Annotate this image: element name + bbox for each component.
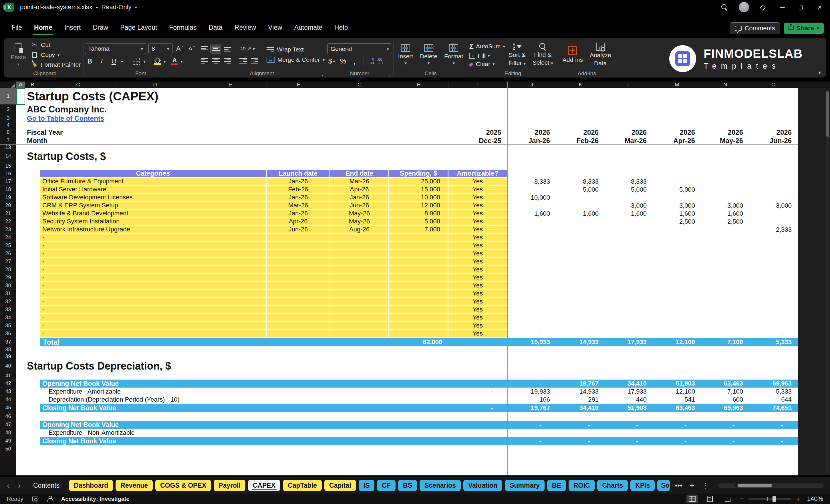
comments-button[interactable]: Comments <box>730 22 780 34</box>
cell-J20[interactable]: - <box>508 202 556 210</box>
cell-O23[interactable]: 2,333 <box>749 226 798 234</box>
cell-K6[interactable]: 2026 <box>556 128 605 136</box>
cell-I37[interactable] <box>448 338 508 346</box>
cell-J31[interactable]: - <box>508 290 556 298</box>
cell-F23[interactable]: Jun-26 <box>267 226 330 234</box>
cell-K22[interactable]: - <box>556 218 605 226</box>
cell-C24[interactable]: - <box>40 234 267 242</box>
cell-M19[interactable]: - <box>653 194 701 202</box>
wrap-text-button[interactable]: Wrap Text <box>266 46 325 53</box>
cell-G28[interactable] <box>330 266 389 274</box>
cell-J43[interactable]: 19,933 <box>508 387 556 396</box>
cell-N36[interactable]: - <box>701 330 749 338</box>
restore-button[interactable] <box>799 5 803 9</box>
cell-F25[interactable] <box>267 242 330 250</box>
cell-O24[interactable]: - <box>749 234 798 242</box>
row-header-31[interactable]: 31 <box>0 290 16 298</box>
cell-K37[interactable]: 14,933 <box>556 338 605 346</box>
row-header-30[interactable]: 30 <box>0 282 16 290</box>
increase-indent-button[interactable] <box>249 56 260 65</box>
decrease-indent-button[interactable] <box>238 56 249 65</box>
cell-K42[interactable]: 19,767 <box>556 380 605 387</box>
cell-C35[interactable]: - <box>40 322 267 330</box>
row-header-36[interactable]: 36 <box>0 330 16 338</box>
sheet-tab-cogs-opex[interactable]: COGS & OPEX <box>155 480 211 491</box>
cell-G32[interactable] <box>330 298 389 306</box>
column-header-K[interactable]: K <box>556 82 605 88</box>
cell-O29[interactable]: - <box>749 274 798 282</box>
page-break-view-button[interactable] <box>722 495 733 503</box>
cell-K29[interactable]: - <box>556 274 605 282</box>
column-header-G[interactable]: G <box>330 82 389 88</box>
analyze-data-button[interactable]: Analyze Data <box>586 43 615 67</box>
italic-button[interactable]: I <box>97 56 107 66</box>
tabs-back-icon[interactable]: ‹ <box>4 480 12 490</box>
cell-C45[interactable]: Closing Net Book Value <box>40 404 448 412</box>
cell-F31[interactable] <box>267 290 330 298</box>
cell-G23[interactable]: Aug-26 <box>330 226 389 234</box>
tabs-forward-icon[interactable]: › <box>15 480 24 490</box>
row-header-43[interactable]: 43 <box>0 387 16 396</box>
cell-I7[interactable]: Dec-25 <box>448 136 508 145</box>
cell-M24[interactable]: - <box>653 234 701 242</box>
cell-I16[interactable]: Amortizable? <box>448 170 508 178</box>
select-all-corner[interactable] <box>0 82 16 88</box>
cell-L27[interactable]: - <box>605 258 653 266</box>
row-header-14[interactable]: 14 <box>0 151 16 162</box>
sheet-tab-payroll[interactable]: Payroll <box>214 480 246 491</box>
cell-N37[interactable]: 7,100 <box>701 338 749 346</box>
cell-N23[interactable]: - <box>701 226 749 234</box>
menu-tab-help[interactable]: Help <box>329 21 353 35</box>
decrease-decimal-button[interactable]: .00→0 <box>377 58 383 65</box>
cell-M36[interactable]: - <box>653 330 701 338</box>
bold-button[interactable]: B <box>85 56 95 66</box>
cell-C31[interactable]: - <box>40 290 267 298</box>
cell-M42[interactable]: 51,903 <box>653 380 701 387</box>
cell-K7[interactable]: Feb-26 <box>556 136 605 145</box>
cell-J47[interactable]: - <box>508 421 556 429</box>
cell-J23[interactable]: - <box>508 226 556 234</box>
premium-diamond-icon[interactable]: ◇ <box>760 3 766 12</box>
cell-I31[interactable]: Yes <box>448 290 508 298</box>
menu-tab-home[interactable]: Home <box>29 21 58 35</box>
cell-C26[interactable]: - <box>40 250 267 258</box>
cell-I29[interactable]: Yes <box>448 274 508 282</box>
row-header-3[interactable]: 3 <box>0 115 16 122</box>
cell-L23[interactable]: - <box>605 226 653 234</box>
cell-G19[interactable]: Jan-26 <box>330 194 389 202</box>
cell-H17[interactable]: 25,000 <box>389 178 448 186</box>
align-right-button[interactable] <box>222 56 233 65</box>
cell-B14[interactable]: Startup Costs, $ <box>25 151 194 162</box>
cell-C20[interactable]: CRM & ERP System Setup <box>40 202 267 210</box>
cell-I21[interactable]: Yes <box>448 210 508 218</box>
cell-N17[interactable]: - <box>701 178 749 186</box>
cell-H18[interactable]: 15,000 <box>389 186 448 194</box>
row-header-26[interactable]: 26 <box>0 250 16 258</box>
row-header-4[interactable]: 4 <box>0 122 16 128</box>
cell-L29[interactable]: - <box>605 274 653 282</box>
cell-N21[interactable]: 1,600 <box>701 210 749 218</box>
cell-K47[interactable]: - <box>556 421 605 429</box>
cell-F33[interactable] <box>267 306 330 314</box>
cell-J34[interactable]: - <box>508 314 556 322</box>
cell-J26[interactable]: - <box>508 250 556 258</box>
column-header-A[interactable]: A <box>16 82 25 88</box>
row-header-45[interactable]: 45 <box>0 404 16 412</box>
cell-G33[interactable] <box>330 306 389 314</box>
cell-N18[interactable]: - <box>701 186 749 194</box>
cell-M6[interactable]: 2026 <box>653 128 701 136</box>
add-sheet-button[interactable]: + <box>687 480 697 490</box>
column-header-N[interactable]: N <box>701 82 749 88</box>
fill-color-button[interactable] <box>154 58 161 65</box>
cell-H36[interactable] <box>389 330 448 338</box>
font-dialog-launcher[interactable] <box>194 75 195 76</box>
cell-L47[interactable]: - <box>605 421 653 429</box>
sheet-tab-valuation[interactable]: Valuation <box>463 480 502 491</box>
cell-G36[interactable] <box>330 330 389 338</box>
sheet-tab-so[interactable]: So <box>657 480 670 491</box>
cell-I19[interactable]: Yes <box>448 194 508 202</box>
cell-K45[interactable]: 34,410 <box>556 404 605 412</box>
cell-O48[interactable]: - <box>749 429 798 437</box>
delete-cells-button[interactable]: Delete ▾ <box>416 44 441 65</box>
cell-B7[interactable]: Month <box>25 136 117 145</box>
